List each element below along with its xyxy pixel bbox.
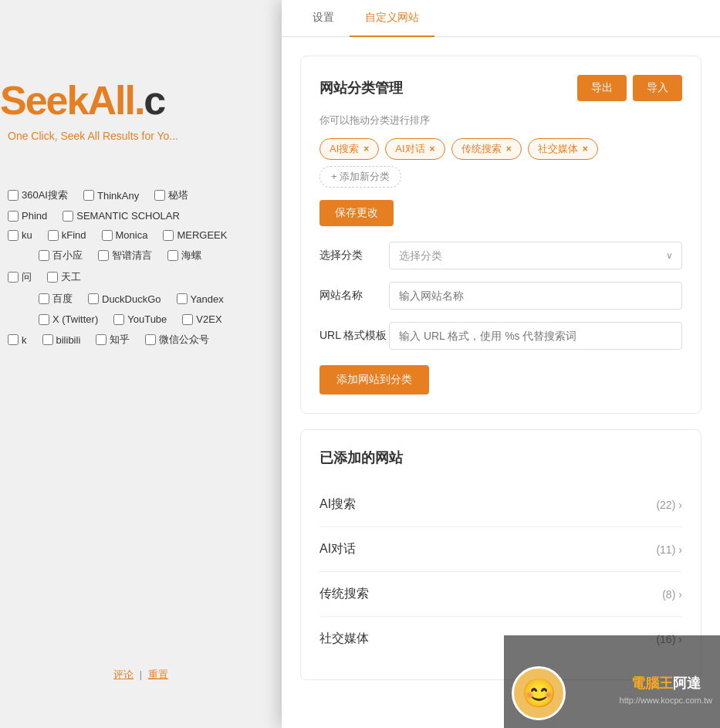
category-count: (11) (656, 543, 675, 556)
tag-social-media[interactable]: 社交媒体 × (528, 138, 598, 160)
checkbox-yandex[interactable]: Yandex (177, 293, 224, 305)
category-management-card: 网站分类管理 导出 导入 你可以拖动分类进行排序 AI搜索 × AI对话 × 传… (300, 56, 701, 414)
category-name: 传统搜索 (319, 586, 369, 602)
add-category-tag[interactable]: + 添加新分类 (319, 166, 401, 188)
category-name: AI搜索 (319, 496, 356, 513)
checkbox-youtube[interactable]: YouTube (113, 313, 167, 325)
checkbox-duckduckgo[interactable]: DuckDuckGo (88, 293, 161, 305)
checkbox-phind[interactable]: Phind (8, 210, 47, 222)
select-category-row: 选择分类 选择分类 AI搜索 AI对话 传统搜索 社交媒体 ∨ (319, 242, 682, 269)
checkbox-twitter[interactable]: X (Twitter) (39, 313, 98, 325)
chevron-right-icon: › (678, 588, 682, 601)
tag-close-social[interactable]: × (583, 144, 588, 154)
card-header: 网站分类管理 导出 导入 (319, 75, 682, 101)
category-count-area: (11) › (656, 543, 682, 556)
checkbox-bilibili[interactable]: bilibili (42, 334, 81, 346)
tab-settings[interactable]: 设置 (297, 0, 350, 37)
bottom-links: 评论 | 重置 (0, 668, 282, 682)
category-count: (8) (662, 588, 675, 601)
checkbox-360ai[interactable]: 360AI搜索 (8, 188, 68, 202)
category-name: AI对话 (319, 541, 356, 557)
checkbox-row: 百度 DuckDuckGo Yandex (8, 292, 282, 306)
select-category-label: 选择分类 (319, 249, 389, 262)
card-actions: 导出 导入 (577, 75, 682, 101)
background-layer: SeekAll.c One Click, Seek All Results fo… (0, 0, 282, 728)
checkbox-baidu[interactable]: 百度 (39, 292, 73, 306)
checkbox-thinkany[interactable]: ThinkAny (83, 190, 139, 201)
category-count-area: (22) › (656, 499, 682, 511)
checkbox-mergeek[interactable]: MERGEEK (163, 229, 227, 241)
checkbox-kfind[interactable]: kFind (48, 229, 86, 241)
checkbox-row: k bilibili 知乎 微信公众号 (8, 333, 282, 347)
tag-close-traditional[interactable]: × (506, 144, 512, 154)
checkbox-k[interactable]: k (8, 334, 27, 346)
tag-ai-search[interactable]: AI搜索 × (319, 138, 379, 160)
chevron-right-icon: › (678, 543, 682, 556)
checkbox-row: X (Twitter) YouTube V2EX (8, 313, 282, 325)
checkbox-monica[interactable]: Monica (102, 229, 148, 241)
checkbox-semantic[interactable]: SEMANTIC SCHOLAR (63, 210, 180, 222)
checkbox-row: Phind SEMANTIC SCHOLAR (8, 210, 282, 222)
checkbox-mi[interactable]: 秘塔 (154, 188, 188, 202)
export-button[interactable]: 导出 (577, 75, 627, 101)
url-template-label: URL 格式模板 (319, 329, 389, 343)
checkbox-row: 360AI搜索 ThinkAny 秘塔 (8, 188, 282, 202)
category-count: (22) (656, 499, 675, 511)
category-tags: AI搜索 × AI对话 × 传统搜索 × 社交媒体 × + 添加新分类 (319, 138, 682, 188)
category-row-ai-search[interactable]: AI搜索 (22) › (319, 483, 682, 527)
tab-bar: 设置 自定义网站 (282, 0, 720, 37)
checkboxes-area: 360AI搜索 ThinkAny 秘塔 Phind SEMANTIC SCHOL… (0, 188, 282, 347)
tag-label: AI对话 (395, 142, 424, 156)
checkbox-zhipu[interactable]: 智谱清言 (98, 249, 152, 262)
url-template-input[interactable] (389, 322, 682, 350)
import-button[interactable]: 导入 (633, 75, 682, 101)
site-name-label: 网站名称 (319, 289, 389, 303)
tag-traditional-search[interactable]: 传统搜索 × (451, 138, 522, 160)
checkbox-ku[interactable]: ku (8, 229, 32, 241)
checkbox-row: 百小应 智谱清言 海螺 (8, 249, 282, 262)
tab-custom-sites[interactable]: 自定义网站 (350, 0, 434, 37)
checkbox-baixiao[interactable]: 百小应 (39, 249, 83, 262)
checkbox-weixin[interactable]: 微信公众号 (145, 333, 209, 347)
tag-ai-chat[interactable]: AI对话 × (385, 138, 445, 160)
watermark-url: http://www.kocpc.com.tw (620, 696, 712, 705)
tag-close-ai-chat[interactable]: × (430, 144, 435, 154)
select-category-input[interactable]: 选择分类 AI搜索 AI对话 传统搜索 社交媒体 (389, 242, 682, 269)
site-name-row: 网站名称 (319, 282, 682, 310)
watermark-title: 電腦王阿達 (620, 674, 712, 692)
chevron-right-icon: › (678, 499, 682, 511)
save-changes-button[interactable]: 保存更改 (319, 200, 394, 226)
checkbox-zhihu[interactable]: 知乎 (96, 333, 130, 347)
reset-link[interactable]: 重置 (148, 669, 168, 680)
category-row-ai-chat[interactable]: AI对话 (11) › (319, 527, 682, 572)
tag-label: 传统搜索 (461, 142, 502, 156)
added-sites-title: 已添加的网站 (319, 449, 682, 467)
review-link[interactable]: 评论 (113, 669, 134, 680)
checkbox-tiangong[interactable]: 天工 (47, 270, 81, 284)
tagline: One Click, Seek All Results for Yo... (8, 130, 274, 142)
url-template-row: URL 格式模板 (319, 322, 682, 350)
checkbox-row: ku kFind Monica MERGEEK (8, 229, 282, 241)
category-name: 社交媒体 (319, 631, 369, 647)
logo: SeekAll.c (0, 77, 274, 124)
checkbox-row: 问 天工 (8, 270, 282, 284)
checkbox-v2ex[interactable]: V2EX (182, 313, 221, 325)
tag-label: 社交媒体 (538, 142, 578, 156)
tag-close-ai-search[interactable]: × (363, 144, 369, 154)
tag-label: AI搜索 (330, 142, 359, 156)
site-name-input[interactable] (389, 282, 682, 310)
settings-panel: 设置 自定义网站 网站分类管理 导出 导入 你可以拖动分类进行排序 AI搜索 ×… (282, 0, 720, 728)
panel-content: 网站分类管理 导出 导入 你可以拖动分类进行排序 AI搜索 × AI对话 × 传… (282, 37, 720, 726)
select-category-wrapper: 选择分类 AI搜索 AI对话 传统搜索 社交媒体 ∨ (389, 242, 682, 269)
category-count-area: (8) › (662, 588, 682, 601)
checkbox-hailuo[interactable]: 海螺 (167, 249, 201, 262)
checkbox-wen[interactable]: 问 (8, 270, 32, 284)
drag-hint: 你可以拖动分类进行排序 (319, 113, 682, 127)
card-title: 网站分类管理 (319, 79, 403, 97)
category-row-traditional[interactable]: 传统搜索 (8) › (319, 572, 682, 617)
watermark-avatar: 😊 (512, 666, 566, 720)
watermark: 😊 電腦王阿達 http://www.kocpc.com.tw (504, 635, 720, 728)
add-site-button[interactable]: 添加网站到分类 (319, 365, 429, 394)
watermark-text: 電腦王阿達 http://www.kocpc.com.tw (620, 674, 712, 705)
